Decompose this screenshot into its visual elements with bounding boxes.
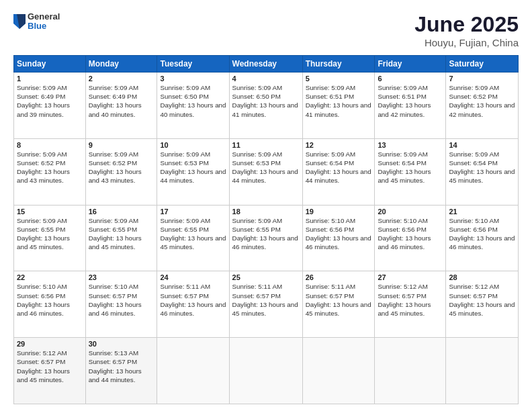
day-info: Sunrise: 5:09 AMSunset: 6:55 PMDaylight:… (232, 217, 298, 251)
day-number: 24 (160, 273, 226, 281)
table-row (375, 338, 446, 404)
day-number: 6 (378, 75, 443, 83)
table-row: 25 Sunrise: 5:11 AMSunset: 6:57 PMDaylig… (229, 271, 302, 338)
table-row: 19 Sunrise: 5:10 AMSunset: 6:56 PMDaylig… (302, 205, 375, 271)
day-number: 3 (160, 75, 226, 83)
day-number: 19 (306, 208, 372, 216)
logo-general-text: General (28, 12, 60, 21)
day-number: 18 (232, 208, 300, 216)
day-number: 1 (17, 75, 83, 83)
table-row: 21 Sunrise: 5:10 AMSunset: 6:56 PMDaylig… (446, 205, 519, 271)
day-info: Sunrise: 5:09 AMSunset: 6:49 PMDaylight:… (17, 84, 70, 118)
day-info: Sunrise: 5:09 AMSunset: 6:49 PMDaylight:… (89, 84, 142, 118)
day-number: 8 (17, 141, 83, 149)
day-number: 5 (306, 75, 372, 83)
table-row: 1 Sunrise: 5:09 AMSunset: 6:49 PMDayligh… (14, 73, 86, 139)
day-info: Sunrise: 5:09 AMSunset: 6:52 PMDaylight:… (17, 150, 70, 185)
table-row: 20 Sunrise: 5:10 AMSunset: 6:56 PMDaylig… (375, 205, 446, 271)
logo-text: General Blue (28, 12, 60, 32)
day-info: Sunrise: 5:10 AMSunset: 6:56 PMDaylight:… (306, 217, 371, 251)
day-number: 26 (306, 273, 372, 281)
table-row (302, 338, 375, 404)
day-info: Sunrise: 5:11 AMSunset: 6:57 PMDaylight:… (306, 283, 371, 317)
day-info: Sunrise: 5:09 AMSunset: 6:54 PMDaylight:… (449, 150, 515, 185)
day-number: 21 (449, 208, 515, 216)
header-wednesday: Wednesday (229, 56, 302, 73)
day-info: Sunrise: 5:11 AMSunset: 6:57 PMDaylight:… (232, 283, 298, 317)
table-row: 28 Sunrise: 5:12 AMSunset: 6:57 PMDaylig… (446, 271, 519, 338)
day-number: 14 (449, 141, 515, 149)
day-number: 11 (232, 141, 300, 149)
header-saturday: Saturday (446, 56, 519, 73)
day-number: 30 (89, 340, 154, 348)
day-number: 2 (89, 75, 154, 83)
day-info: Sunrise: 5:09 AMSunset: 6:52 PMDaylight:… (89, 150, 142, 185)
calendar-subtitle: Houyu, Fujian, China (414, 37, 519, 48)
day-info: Sunrise: 5:09 AMSunset: 6:55 PMDaylight:… (89, 217, 142, 251)
table-row: 22 Sunrise: 5:10 AMSunset: 6:56 PMDaylig… (14, 271, 86, 338)
day-info: Sunrise: 5:10 AMSunset: 6:56 PMDaylight:… (378, 217, 431, 251)
day-number: 29 (17, 340, 83, 348)
day-number: 7 (449, 75, 515, 83)
table-row: 18 Sunrise: 5:09 AMSunset: 6:55 PMDaylig… (229, 205, 302, 271)
calendar-week-row: 15 Sunrise: 5:09 AMSunset: 6:55 PMDaylig… (14, 205, 519, 271)
day-number: 22 (17, 273, 83, 281)
day-info: Sunrise: 5:12 AMSunset: 6:57 PMDaylight:… (378, 283, 431, 317)
page: General Blue June 2025 Houyu, Fujian, Ch… (0, 0, 532, 411)
day-info: Sunrise: 5:09 AMSunset: 6:50 PMDaylight:… (160, 84, 226, 118)
weekday-header-row: Sunday Monday Tuesday Wednesday Thursday… (14, 56, 519, 73)
table-row: 16 Sunrise: 5:09 AMSunset: 6:55 PMDaylig… (85, 205, 157, 271)
day-info: Sunrise: 5:11 AMSunset: 6:57 PMDaylight:… (160, 283, 226, 317)
table-row (446, 338, 519, 404)
day-info: Sunrise: 5:12 AMSunset: 6:57 PMDaylight:… (17, 349, 70, 383)
table-row: 6 Sunrise: 5:09 AMSunset: 6:51 PMDayligh… (375, 73, 446, 139)
table-row (229, 338, 302, 404)
calendar-title: June 2025 (414, 12, 519, 37)
day-number: 12 (306, 141, 372, 149)
day-info: Sunrise: 5:09 AMSunset: 6:54 PMDaylight:… (306, 150, 371, 185)
calendar-week-row: 29 Sunrise: 5:12 AMSunset: 6:57 PMDaylig… (14, 338, 519, 404)
table-row: 2 Sunrise: 5:09 AMSunset: 6:49 PMDayligh… (85, 73, 157, 139)
table-row: 26 Sunrise: 5:11 AMSunset: 6:57 PMDaylig… (302, 271, 375, 338)
day-info: Sunrise: 5:10 AMSunset: 6:56 PMDaylight:… (17, 283, 70, 317)
calendar-body: 1 Sunrise: 5:09 AMSunset: 6:49 PMDayligh… (14, 73, 519, 404)
day-number: 9 (89, 141, 154, 149)
header-thursday: Thursday (302, 56, 375, 73)
calendar-week-row: 1 Sunrise: 5:09 AMSunset: 6:49 PMDayligh… (14, 73, 519, 139)
day-number: 25 (232, 273, 300, 281)
header-friday: Friday (375, 56, 446, 73)
day-info: Sunrise: 5:09 AMSunset: 6:55 PMDaylight:… (160, 217, 226, 251)
day-info: Sunrise: 5:09 AMSunset: 6:53 PMDaylight:… (232, 150, 298, 185)
calendar-week-row: 8 Sunrise: 5:09 AMSunset: 6:52 PMDayligh… (14, 138, 519, 205)
header-tuesday: Tuesday (157, 56, 229, 73)
logo-blue-text: Blue (28, 21, 60, 31)
calendar-table: Sunday Monday Tuesday Wednesday Thursday… (13, 55, 519, 404)
day-number: 13 (378, 141, 443, 149)
table-row (157, 338, 229, 404)
table-row: 9 Sunrise: 5:09 AMSunset: 6:52 PMDayligh… (85, 138, 157, 205)
table-row: 3 Sunrise: 5:09 AMSunset: 6:50 PMDayligh… (157, 73, 229, 139)
day-info: Sunrise: 5:13 AMSunset: 6:57 PMDaylight:… (89, 349, 142, 383)
day-number: 28 (449, 273, 515, 281)
table-row: 7 Sunrise: 5:09 AMSunset: 6:52 PMDayligh… (446, 73, 519, 139)
table-row: 13 Sunrise: 5:09 AMSunset: 6:54 PMDaylig… (375, 138, 446, 205)
table-row: 5 Sunrise: 5:09 AMSunset: 6:51 PMDayligh… (302, 73, 375, 139)
header-sunday: Sunday (14, 56, 86, 73)
day-info: Sunrise: 5:09 AMSunset: 6:54 PMDaylight:… (378, 150, 431, 185)
table-row: 12 Sunrise: 5:09 AMSunset: 6:54 PMDaylig… (302, 138, 375, 205)
day-info: Sunrise: 5:10 AMSunset: 6:57 PMDaylight:… (89, 283, 142, 317)
day-info: Sunrise: 5:09 AMSunset: 6:50 PMDaylight:… (232, 84, 298, 118)
title-block: June 2025 Houyu, Fujian, China (414, 12, 519, 48)
table-row: 23 Sunrise: 5:10 AMSunset: 6:57 PMDaylig… (85, 271, 157, 338)
day-info: Sunrise: 5:09 AMSunset: 6:52 PMDaylight:… (449, 84, 515, 118)
day-number: 16 (89, 208, 154, 216)
day-number: 4 (232, 75, 300, 83)
day-info: Sunrise: 5:09 AMSunset: 6:51 PMDaylight:… (378, 84, 431, 118)
table-row: 29 Sunrise: 5:12 AMSunset: 6:57 PMDaylig… (14, 338, 86, 404)
table-row: 14 Sunrise: 5:09 AMSunset: 6:54 PMDaylig… (446, 138, 519, 205)
table-row: 11 Sunrise: 5:09 AMSunset: 6:53 PMDaylig… (229, 138, 302, 205)
table-row: 24 Sunrise: 5:11 AMSunset: 6:57 PMDaylig… (157, 271, 229, 338)
table-row: 4 Sunrise: 5:09 AMSunset: 6:50 PMDayligh… (229, 73, 302, 139)
calendar-week-row: 22 Sunrise: 5:10 AMSunset: 6:56 PMDaylig… (14, 271, 519, 338)
day-info: Sunrise: 5:09 AMSunset: 6:55 PMDaylight:… (17, 217, 70, 251)
